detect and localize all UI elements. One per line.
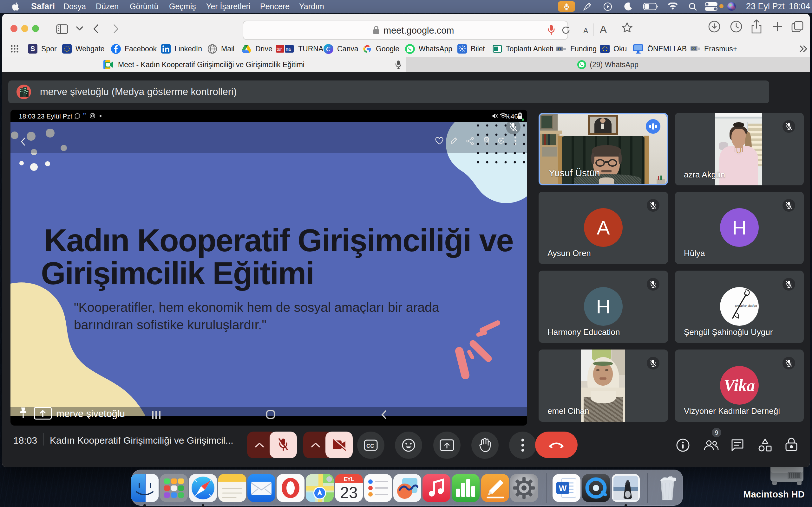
svg-text:23: 23 bbox=[340, 484, 358, 502]
svg-text:EYL: EYL bbox=[344, 476, 354, 482]
svg-text:C: C bbox=[326, 46, 330, 52]
svg-text:na: na bbox=[286, 47, 291, 52]
svg-text:tur: tur bbox=[276, 47, 282, 52]
svg-text:şengulce_design: şengulce_design bbox=[735, 304, 757, 307]
svg-text:W: W bbox=[559, 484, 567, 493]
svg-text:CC: CC bbox=[366, 443, 374, 449]
